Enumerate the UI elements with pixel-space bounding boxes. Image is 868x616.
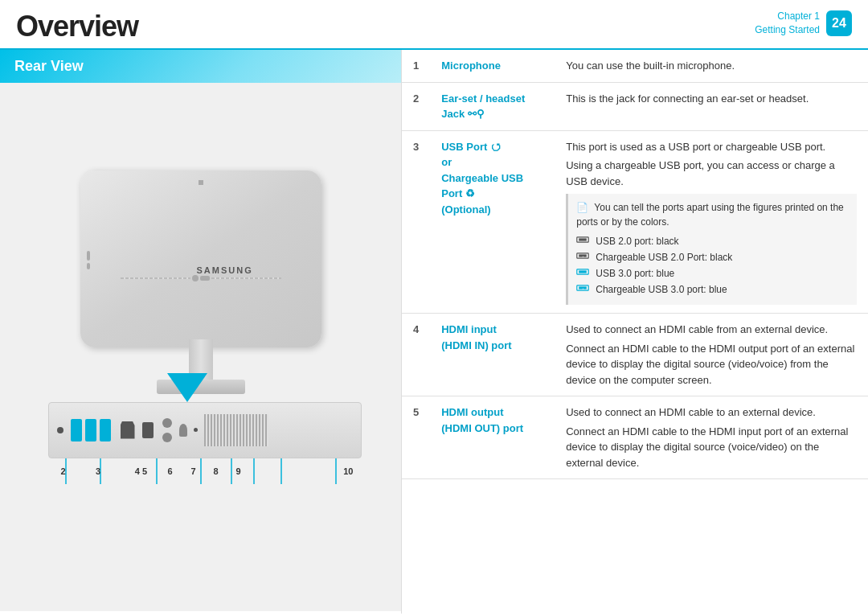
- row-desc-4: Used to connect an HDMI cable from an ex…: [555, 314, 868, 396]
- usb3c-label: Chargeable USB 3.0 port: blue: [596, 282, 727, 297]
- port-strip: [48, 402, 362, 458]
- main-content: Rear View 1: [0, 50, 868, 614]
- audio-jack-1: [162, 418, 172, 428]
- audio-jacks: [162, 417, 173, 443]
- hdmi-in-desc-2: Connect an HDMI cable to the HDMI output…: [566, 341, 857, 388]
- hdmi-port: [120, 421, 136, 440]
- table-row: 5 HDMI output(HDMI OUT) port Used to con…: [402, 396, 868, 479]
- svg-rect-11: [579, 238, 587, 240]
- samsung-logo: SAMSUNG: [197, 265, 253, 275]
- hdmi-out-desc-1: Used to connect an HDMI cable to an exte…: [566, 405, 857, 421]
- svg-rect-16: [579, 270, 587, 273]
- sub-item-usb3c: + Chargeable USB 3.0 port: blue: [576, 282, 849, 297]
- port-num-2: 2: [55, 466, 72, 476]
- row-desc-1: You can use the built-in microphone.: [555, 50, 868, 82]
- camera-dot: [199, 180, 203, 185]
- usb3-label: USB 3.0 port: blue: [596, 266, 674, 281]
- row-name-2: Ear-set / headset Jack ⚯⚲: [430, 82, 555, 130]
- chapter-info: Chapter 1 Getting Started 24: [755, 10, 852, 37]
- vent-pattern: [121, 275, 281, 281]
- port-num-45: 4 5: [125, 466, 158, 476]
- sub-item-usb2c: + Chargeable USB 2.0 Port: black: [576, 250, 849, 265]
- desc-line-2: Using a chargeable USB port, you can acc…: [566, 158, 857, 189]
- row-name-5: HDMI output(HDMI OUT) port: [430, 396, 555, 479]
- table-row: 2 Ear-set / headset Jack ⚯⚲ This is the …: [402, 82, 868, 130]
- port-num-7: 7: [182, 466, 205, 476]
- usb3-icon: [576, 268, 589, 276]
- row-num-4: 4: [402, 314, 430, 396]
- table-row: 1 Microphone You can use the built-in mi…: [402, 50, 868, 82]
- port-num-3: 3: [72, 466, 125, 476]
- page-number-badge: 24: [826, 10, 852, 36]
- display-port: [142, 422, 154, 438]
- side-buttons: [87, 251, 90, 269]
- usb-sub-list: USB 2.0 port: black + Chargeable USB 2.0…: [576, 234, 849, 297]
- monitor-back: SAMSUNG: [80, 170, 321, 347]
- row-desc-2: This is the jack for connecting an ear-s…: [555, 82, 868, 130]
- usb3c-icon: +: [576, 284, 589, 292]
- chapter-label: Chapter 1: [755, 10, 820, 23]
- usb-port-1: [71, 419, 82, 441]
- usb-ports: [70, 418, 112, 442]
- port-num-10: 10: [250, 466, 362, 476]
- usb2-label: USB 2.0 port: black: [596, 234, 678, 248]
- row-name-1: Microphone: [430, 50, 555, 82]
- usb-port-2: [85, 419, 96, 441]
- spec-table: 1 Microphone You can use the built-in mi…: [402, 50, 868, 479]
- table-row: 3 USB Port ⭯orChargeable USB Port ♻(Opti…: [402, 130, 868, 314]
- hdmi-in-desc-1: Used to connect an HDMI cable from an ex…: [566, 322, 857, 338]
- row-desc-5: Used to connect an HDMI cable to an exte…: [555, 396, 868, 479]
- sub-item-usb2: USB 2.0 port: black: [576, 234, 849, 248]
- port-numbers-row: 2 3 4 5 6 7 8 9 10: [48, 466, 362, 476]
- section-header-title: Rear View: [14, 58, 84, 74]
- note-box-3: 📄 You can tell the ports apart using the…: [566, 194, 857, 305]
- monitor-illustration: 1: [32, 154, 370, 540]
- sub-item-usb3: USB 3.0 port: blue: [576, 266, 849, 281]
- row-num-5: 5: [402, 396, 430, 479]
- chapter-text: Chapter 1 Getting Started: [755, 10, 820, 37]
- right-panel: 1 Microphone You can use the built-in mi…: [402, 50, 868, 614]
- row-name-4: HDMI input(HDMI IN) port: [430, 314, 555, 396]
- port-dot-left: [57, 427, 63, 433]
- row-num-1: 1: [402, 50, 430, 82]
- hdmi-icon: [121, 421, 135, 439]
- audio-jack-2: [162, 433, 172, 442]
- usb2c-icon: +: [576, 252, 589, 260]
- usb2-icon: [576, 236, 589, 244]
- desc-line-1: This port is used as a USB port or charg…: [566, 139, 857, 155]
- page-title: Overview: [16, 10, 138, 43]
- blue-pointer: [167, 373, 207, 402]
- table-row: 4 HDMI input(HDMI IN) port Used to conne…: [402, 314, 868, 396]
- usb2c-label: Chargeable USB 2.0 Port: black: [596, 250, 732, 265]
- note-icon: 📄: [576, 200, 588, 215]
- section-header: Rear View: [0, 50, 401, 83]
- vent-lines: [204, 414, 268, 446]
- row-num-2: 2: [402, 82, 430, 130]
- row-name-3: USB Port ⭯orChargeable USB Port ♻(Option…: [430, 130, 555, 314]
- port-num-8: 8: [205, 466, 227, 476]
- port-num-6: 6: [158, 466, 182, 476]
- row-num-3: 3: [402, 130, 430, 314]
- port-dot-mid: [194, 428, 198, 432]
- usb-port-3: [100, 419, 111, 441]
- page-header: Overview Chapter 1 Getting Started 24: [0, 0, 868, 50]
- device-image-area: 1: [0, 83, 401, 611]
- section-label: Getting Started: [755, 23, 820, 37]
- row-desc-3: This port is used as a USB port or charg…: [555, 130, 868, 314]
- antenna-port: [179, 424, 187, 437]
- left-panel: Rear View 1: [0, 50, 402, 614]
- port-num-9: 9: [227, 466, 250, 476]
- hdmi-out-desc-2: Connect an HDMI cable to the HDMI input …: [566, 424, 857, 471]
